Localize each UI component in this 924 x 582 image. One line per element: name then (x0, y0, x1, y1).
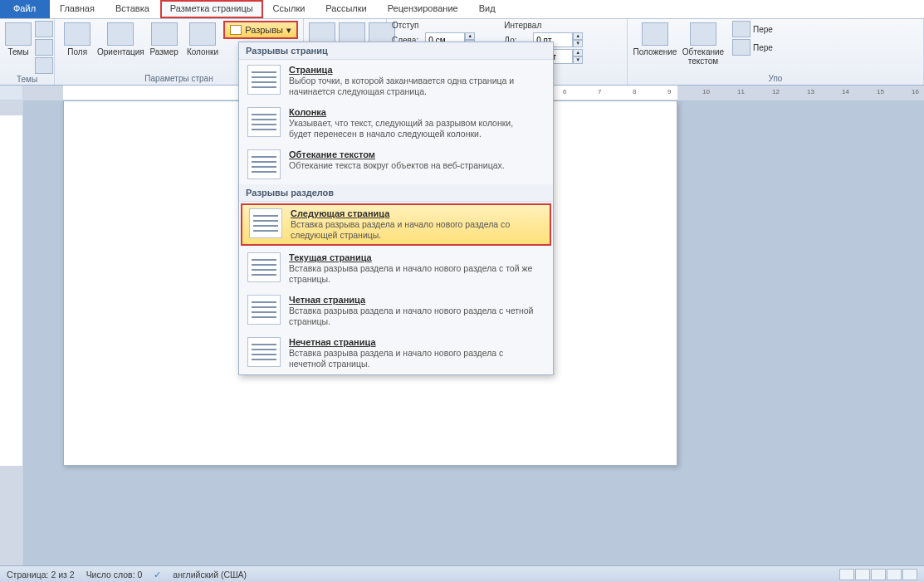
gallery-item-desc: Вставка разрыва раздела и начало нового … (289, 306, 538, 327)
view-draft-button[interactable] (902, 569, 917, 580)
ruler-tick: 6 (563, 88, 566, 95)
gallery-item-title: Страница (289, 65, 538, 75)
continuous-section-icon (247, 252, 281, 282)
spin-down-icon[interactable]: ▼ (573, 40, 583, 47)
themes-button[interactable]: Темы (5, 21, 32, 56)
size-button[interactable]: Размер (146, 21, 181, 56)
gallery-item-next-page[interactable]: Следующая страницаВставка разрыва раздел… (241, 203, 551, 246)
gallery-item-desc: Обтекание текста вокруг объектов на веб-… (289, 160, 505, 171)
margins-button[interactable]: Поля (60, 21, 95, 56)
gallery-item-title: Следующая страница (291, 208, 540, 218)
view-full-screen-button[interactable] (855, 569, 870, 580)
spin-down-icon[interactable]: ▼ (573, 56, 583, 64)
bring-forward-button[interactable] (732, 21, 750, 37)
spin-up-icon[interactable]: ▲ (573, 32, 583, 40)
wrap-break-icon (247, 149, 281, 179)
orientation-label: Ориентация (97, 47, 144, 56)
theme-colors-button[interactable] (35, 21, 53, 37)
view-buttons (839, 569, 917, 580)
send-backward-label: Пере (753, 43, 773, 52)
columns-label: Колонки (187, 47, 218, 56)
ruler-tick: 10 (702, 88, 710, 95)
page-break-icon (247, 65, 281, 95)
text-wrap-button[interactable]: Обтекание текстом (681, 21, 726, 66)
spellcheck-icon[interactable]: ✓ (154, 570, 161, 580)
gallery-header-page-breaks: Разрывы страниц (239, 42, 553, 60)
ruler-tick: 13 (807, 88, 814, 95)
odd-page-section-icon (247, 337, 281, 367)
margins-label: Поля (67, 47, 87, 56)
tab-page-layout[interactable]: Разметка страницы (160, 0, 263, 18)
orientation-icon (107, 22, 134, 46)
ruler-tick: 8 (633, 88, 636, 95)
spin-up-icon[interactable]: ▲ (465, 32, 475, 40)
tab-file[interactable]: Файл (0, 0, 50, 18)
breaks-icon (230, 25, 242, 35)
gallery-item-desc: Выбор точки, в которой заканчивается одн… (289, 76, 538, 97)
tab-bar: Файл Главная Вставка Разметка страницы С… (0, 0, 924, 19)
gallery-item-even-page[interactable]: Четная страницаВставка разрыва раздела и… (239, 290, 553, 332)
breaks-button[interactable]: Разрывы ▾ (223, 21, 298, 39)
theme-fonts-button[interactable] (35, 39, 53, 56)
tab-home[interactable]: Главная (50, 0, 105, 18)
ruler-corner (0, 86, 23, 100)
column-break-icon (247, 107, 281, 137)
position-icon (642, 22, 668, 46)
themes-icon (5, 22, 32, 46)
gallery-item-text-wrap[interactable]: Обтекание текстомОбтекание текста вокруг… (239, 144, 553, 184)
status-language[interactable]: английский (США) (173, 570, 247, 580)
gallery-item-title: Обтекание текстом (289, 149, 505, 159)
tab-view[interactable]: Вид (469, 0, 506, 18)
columns-button[interactable]: Колонки (185, 21, 220, 56)
next-page-section-icon (249, 208, 282, 238)
ruler-tick: 14 (842, 88, 849, 95)
ruler-tick: 15 (877, 88, 884, 95)
spin-up-icon[interactable]: ▲ (573, 49, 583, 56)
gallery-item-page[interactable]: СтраницаВыбор точки, в которой заканчива… (239, 60, 553, 102)
status-word-count[interactable]: Число слов: 0 (86, 570, 143, 580)
status-page[interactable]: Страница: 2 из 2 (7, 570, 75, 580)
spacing-title: Интервал (504, 21, 597, 30)
text-wrap-icon (690, 22, 716, 46)
indent-title: Отступ (392, 21, 489, 30)
gallery-item-desc: Вставка разрыва раздела и начало нового … (289, 348, 538, 369)
view-outline-button[interactable] (887, 569, 902, 580)
columns-icon (189, 22, 216, 46)
tab-review[interactable]: Рецензирование (378, 0, 469, 18)
gallery-item-title: Четная страница (289, 295, 538, 305)
gallery-item-title: Текущая страница (289, 252, 538, 262)
breaks-label: Разрывы (245, 25, 283, 35)
send-backward-button[interactable] (732, 39, 750, 56)
view-print-layout-button[interactable] (839, 569, 854, 580)
theme-effects-button[interactable] (35, 57, 53, 74)
position-label: Положение (633, 47, 677, 56)
gallery-item-odd-page[interactable]: Нечетная страницаВставка разрыва раздела… (239, 332, 553, 374)
breaks-gallery: Разрывы страниц СтраницаВыбор точки, в к… (238, 42, 554, 375)
arrange-group-label: Упо (633, 73, 918, 85)
ruler-tick: 12 (772, 88, 780, 95)
gallery-item-desc: Вставка разрыва раздела и начало нового … (289, 263, 538, 285)
gallery-item-continuous[interactable]: Текущая страницаВставка разрыва раздела … (239, 247, 553, 290)
ruler-tick: 7 (598, 88, 601, 95)
bring-forward-label: Пере (753, 25, 773, 34)
gallery-header-section-breaks: Разрывы разделов (239, 184, 553, 202)
tab-insert[interactable]: Вставка (105, 0, 160, 18)
position-button[interactable]: Положение (633, 21, 677, 56)
gallery-item-column[interactable]: КолонкаУказывает, что текст, следующий з… (239, 102, 553, 144)
vertical-ruler[interactable] (0, 100, 23, 565)
tab-mailings[interactable]: Рассылки (315, 0, 377, 18)
view-web-layout-button[interactable] (871, 569, 886, 580)
margins-icon (64, 22, 90, 46)
gallery-item-desc: Указывает, что текст, следующий за разры… (289, 118, 538, 139)
tab-references[interactable]: Ссылки (263, 0, 316, 18)
even-page-section-icon (247, 295, 281, 325)
gallery-item-title: Колонка (289, 107, 538, 117)
text-wrap-label: Обтекание текстом (682, 47, 724, 66)
orientation-button[interactable]: Ориентация (98, 21, 143, 56)
size-icon (151, 22, 178, 46)
ruler-tick: 11 (737, 88, 745, 95)
themes-group-label: Темы (5, 74, 49, 86)
gallery-item-desc: Вставка разрыва раздела и начало нового … (291, 219, 540, 241)
size-label: Размер (149, 47, 178, 56)
ruler-tick: 9 (667, 88, 671, 95)
